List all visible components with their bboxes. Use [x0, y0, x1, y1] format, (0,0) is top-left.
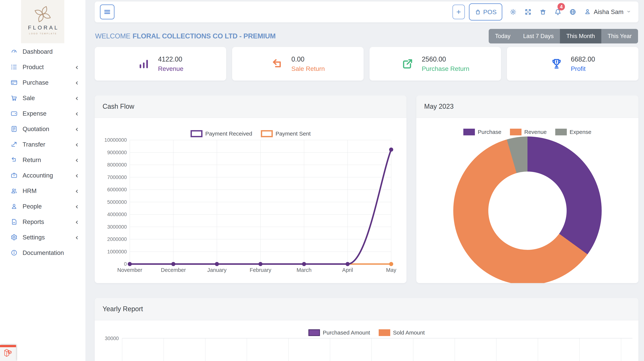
chevron-left-icon: ‹: [75, 110, 78, 117]
sale-return-value: 0.00: [292, 56, 325, 63]
monthly-overview-chart: Purchase Revenue Expense: [416, 118, 638, 283]
sidebar-item-hrm[interactable]: HRM ‹: [0, 183, 86, 198]
stats-row: 4122.00 Revenue 0.00 Sale Return 2560.: [95, 47, 638, 80]
cash-flow-card: Cash Flow Payment Received Payment Sent …: [95, 96, 406, 283]
pos-button-label: POS: [483, 8, 497, 16]
register-button[interactable]: [536, 2, 550, 22]
welcome-prefix: WELCOME: [95, 32, 130, 40]
notifications-button[interactable]: 4: [550, 2, 565, 22]
users-icon: [11, 188, 18, 194]
svg-text:March: March: [296, 267, 312, 273]
sidebar-menu: Dashboard ‹ Product ‹ Purchase ‹ Sale ‹ …: [0, 44, 86, 260]
yearly-report-chart: Purchased Amount Sold Amount 30000: [95, 320, 638, 361]
wallet-icon: [11, 110, 18, 117]
sidebar-item-quotation[interactable]: Quotation ‹: [0, 121, 86, 137]
welcome-row: WELCOMEFLORAL COLLECTIONS CO LTD - PREMI…: [95, 28, 638, 44]
sale-return-card: 0.00 Sale Return: [232, 47, 364, 80]
expense-swatch: [555, 129, 567, 136]
legend-expense[interactable]: Expense: [555, 129, 592, 136]
svg-text:7000000: 7000000: [107, 174, 127, 180]
legend-sold-amount[interactable]: Sold Amount: [379, 329, 425, 336]
language-button[interactable]: [565, 2, 580, 22]
info-icon: [11, 249, 18, 256]
sidebar-item-documentation[interactable]: Documentation ‹: [0, 245, 86, 260]
svg-text:8000000: 8000000: [107, 162, 127, 168]
sidebar-item-transfer[interactable]: Transfer ‹: [0, 137, 86, 152]
topbar-icons: 4: [506, 2, 580, 22]
yearly-report-plot: 30000: [95, 320, 638, 361]
list-icon: [11, 64, 18, 70]
trash-bin-icon: [540, 8, 546, 16]
svg-text:0: 0: [124, 261, 127, 267]
user-menu[interactable]: Aisha Sam: [584, 8, 631, 16]
svg-text:4000000: 4000000: [107, 212, 127, 217]
theme-toggle-button[interactable]: [506, 2, 520, 22]
payment-received-swatch: [190, 130, 202, 137]
filter-this-year[interactable]: This Year: [601, 29, 638, 44]
monthly-overview-title: May 2023: [416, 96, 638, 118]
revenue-label: Revenue: [158, 65, 183, 72]
purchased-amount-swatch: [308, 329, 320, 336]
file-icon: [11, 218, 18, 225]
briefcase-icon: [11, 172, 18, 179]
svg-text:January: January: [207, 267, 227, 273]
hamburger-icon: [104, 8, 111, 16]
chevron-down-icon: [626, 9, 631, 15]
purchase-return-card: 2560.00 Purchase Return: [370, 47, 501, 80]
sidebar-item-dashboard[interactable]: Dashboard ‹: [0, 44, 86, 59]
chevron-left-icon: ‹: [75, 94, 78, 102]
legend-payment-received[interactable]: Payment Received: [190, 130, 252, 137]
fullscreen-button[interactable]: [520, 2, 536, 22]
sidebar-item-return[interactable]: Return ‹: [0, 152, 86, 168]
cart-icon: [11, 94, 18, 102]
svg-text:April: April: [342, 267, 353, 273]
gauge-icon: [11, 48, 18, 55]
legend-purchased-amount[interactable]: Purchased Amount: [308, 329, 370, 336]
bar-chart-icon: [138, 58, 150, 70]
debugbar-strip: [0, 345, 16, 347]
cash-flow-title: Cash Flow: [95, 96, 406, 118]
sidebar-item-reports[interactable]: Reports ‹: [0, 214, 86, 230]
sidebar-item-purchase[interactable]: Purchase ‹: [0, 75, 86, 90]
chevron-left-icon: ‹: [75, 187, 78, 195]
legend-payment-sent[interactable]: Payment Sent: [261, 130, 311, 137]
quick-add-button[interactable]: [452, 5, 465, 19]
filter-this-month[interactable]: This Month: [560, 29, 601, 44]
floral-logo-icon: [33, 4, 53, 24]
profit-label: Profit: [571, 65, 595, 72]
sun-icon: [510, 8, 517, 16]
legend-purchase[interactable]: Purchase: [463, 129, 501, 136]
sidebar-item-people[interactable]: People ‹: [0, 198, 86, 214]
sidebar-item-product[interactable]: Product ‹: [0, 59, 86, 75]
date-filter-group: Today Last 7 Days This Month This Year: [489, 29, 638, 44]
filter-last-7-days[interactable]: Last 7 Days: [517, 29, 560, 44]
sidebar-item-settings[interactable]: Settings ‹: [0, 230, 86, 245]
svg-text:December: December: [161, 267, 186, 273]
file-text-icon: [11, 126, 18, 132]
globe-icon: [569, 8, 576, 16]
share-box-icon: [401, 58, 414, 70]
sidebar-item-accounting[interactable]: Accounting ‹: [0, 168, 86, 183]
filter-today[interactable]: Today: [489, 29, 517, 44]
pos-button[interactable]: POS: [469, 3, 502, 20]
chevron-left-icon: ‹: [75, 79, 78, 86]
svg-text:5000000: 5000000: [107, 199, 127, 205]
chevron-left-icon: ‹: [75, 218, 78, 226]
person-icon: [11, 203, 18, 210]
legend-revenue[interactable]: Revenue: [510, 129, 547, 136]
payment-sent-swatch: [261, 130, 273, 137]
sidebar-item-sale[interactable]: Sale ‹: [0, 90, 86, 106]
debugbar-toggle[interactable]: [0, 345, 16, 361]
profit-value: 6682.00: [571, 56, 595, 63]
sidebar-toggle-button[interactable]: [100, 4, 114, 20]
dashboard-page: FLORAL LOGO TEMPLATE Dashboard ‹ Product…: [0, 0, 644, 361]
svg-text:3000000: 3000000: [107, 224, 127, 230]
notification-badge: 4: [558, 3, 565, 10]
trophy-icon: [550, 58, 563, 70]
sidebar-item-expense[interactable]: Expense ‹: [0, 106, 86, 121]
profit-card: 6682.00 Profit: [507, 47, 638, 80]
company-logo: FLORAL LOGO TEMPLATE: [21, 0, 64, 43]
svg-text:6000000: 6000000: [107, 187, 127, 192]
company-name: FLORAL COLLECTIONS CO LTD - PREMIUM: [132, 32, 276, 40]
cash-flow-plot: 1000000090000008000000700000060000005000…: [95, 118, 406, 283]
